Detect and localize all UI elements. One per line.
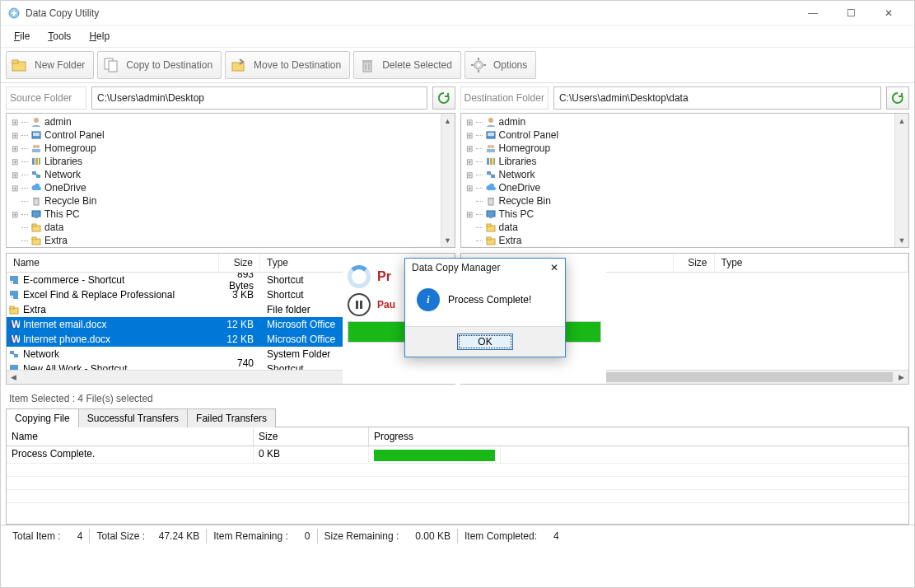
refresh-icon [891, 91, 904, 105]
shortcut-icon [8, 289, 20, 301]
svg-rect-51 [489, 217, 493, 218]
file-size: 3 KB [219, 289, 260, 301]
tree-node[interactable]: ⊞admin [10, 115, 437, 128]
tree-node-label: Control Panel [499, 129, 559, 141]
delete-button[interactable]: Delete Selected [353, 51, 461, 79]
expand-icon[interactable]: ⊞ [10, 210, 20, 219]
expand-icon[interactable]: ⊞ [465, 157, 474, 166]
tree-node-label: OneDrive [44, 182, 86, 194]
completed-label: Item Completed: [465, 530, 537, 542]
expand-icon[interactable]: ⊞ [465, 170, 474, 180]
col-size[interactable]: Size [219, 254, 260, 272]
tree-node[interactable]: ⊞Network [10, 168, 437, 181]
total-item-label: Total Item : [12, 530, 61, 542]
col-size[interactable]: Size [674, 254, 715, 272]
dest-path-input[interactable]: C:\Users\admin\Desktop\data [553, 86, 881, 110]
svg-rect-46 [491, 175, 495, 178]
new-folder-button[interactable]: New Folder [6, 51, 94, 79]
source-path-input[interactable]: C:\Users\admin\Desktop [91, 86, 427, 110]
col-name[interactable]: Name [7, 254, 219, 272]
expand-icon[interactable]: ⊞ [10, 170, 20, 180]
tree-node[interactable]: ⊞Homegroup [465, 142, 892, 155]
minimize-button[interactable]: — [794, 1, 832, 26]
svg-rect-44 [493, 158, 495, 165]
close-button[interactable]: ✕ [870, 1, 908, 26]
tree-node[interactable]: data [10, 221, 437, 234]
tree-node[interactable]: Recycle Bin [465, 194, 892, 208]
tree-node[interactable]: ⊞Homegroup [10, 142, 437, 155]
tab-successful[interactable]: Successful Transfers [78, 408, 188, 427]
expand-icon[interactable]: ⊞ [465, 118, 474, 127]
menu-help[interactable]: Help [81, 27, 118, 45]
source-refresh-button[interactable] [432, 86, 455, 110]
total-size-value: 47.24 KB [159, 530, 199, 542]
tree-node[interactable]: ⊞OneDrive [465, 181, 892, 194]
copy-button[interactable]: Copy to Destination [97, 51, 222, 79]
tree-node[interactable]: ⊞Libraries [10, 155, 437, 168]
svg-text:W: W [12, 319, 20, 330]
tree-node[interactable]: ⊞OneDrive [10, 181, 437, 194]
refresh-icon [437, 91, 450, 105]
svg-rect-21 [32, 149, 40, 152]
ok-button[interactable]: OK [457, 334, 513, 350]
tree-node[interactable]: ⊞Libraries [465, 155, 892, 168]
new-folder-icon [10, 55, 30, 75]
tree-node[interactable]: ⊞admin [465, 115, 892, 128]
file-size: 12 KB [219, 319, 260, 330]
expand-icon[interactable]: ⊞ [10, 118, 20, 127]
file-name: New All Work - Shortcut [23, 363, 127, 370]
tree-node[interactable]: Extra [10, 234, 437, 247]
expand-icon[interactable]: ⊞ [10, 144, 20, 153]
scrollbar[interactable]: ▲▼ [894, 114, 908, 247]
svg-rect-41 [487, 149, 495, 152]
selection-status: Item Selected : 4 File(s) selected [1, 390, 914, 408]
menu-file[interactable]: File [6, 27, 38, 45]
tree-node[interactable]: data [465, 221, 892, 234]
source-tree[interactable]: ⊞admin⊞Control Panel⊞Homegroup⊞Libraries… [6, 113, 455, 248]
expand-icon[interactable]: ⊞ [465, 131, 474, 140]
maximize-button[interactable]: ☐ [832, 1, 870, 26]
size-remaining-value: 0.00 KB [415, 530, 450, 542]
cloud-icon [30, 181, 43, 194]
tab-failed[interactable]: Failed Transfers [187, 408, 276, 427]
word-icon: W [8, 319, 20, 330]
copy-label: Copy to Destination [126, 59, 212, 71]
col-type[interactable]: Type [715, 254, 909, 272]
tree-node[interactable]: ⊞Control Panel [465, 128, 892, 142]
copy-col-progress[interactable]: Progress [369, 427, 908, 446]
delete-label: Delete Selected [382, 59, 452, 71]
expand-icon[interactable]: ⊞ [465, 144, 474, 153]
expand-icon[interactable]: ⊞ [10, 157, 20, 166]
dest-tree[interactable]: ⊞admin⊞Control Panel⊞Homegroup⊞Libraries… [460, 113, 910, 248]
tree-node-label: Homegroup [499, 142, 551, 154]
expand-icon[interactable]: ⊞ [465, 184, 474, 193]
tree-node[interactable]: ⊞Network [465, 168, 892, 181]
tree-node[interactable]: Recycle Bin [10, 194, 437, 208]
tree-node-label: Libraries [44, 156, 82, 167]
menu-tools[interactable]: Tools [40, 27, 79, 45]
svg-rect-18 [33, 133, 40, 136]
dialog-close-button[interactable]: ✕ [550, 262, 558, 273]
tree-node[interactable]: ⊞This PC [465, 208, 892, 221]
svg-point-39 [488, 145, 491, 148]
copy-col-name[interactable]: Name [7, 427, 254, 446]
svg-rect-29 [33, 198, 40, 198]
folder-icon [484, 221, 497, 234]
expand-icon[interactable]: ⊞ [10, 184, 20, 193]
tree-node-label: This PC [499, 208, 535, 220]
file-name: E-commerce - Shortcut [23, 274, 124, 286]
scrollbar[interactable]: ▲▼ [441, 114, 455, 247]
tree-node[interactable]: Extra [465, 234, 892, 247]
expand-icon[interactable]: ⊞ [465, 210, 474, 219]
tab-copying[interactable]: Copying File [6, 408, 79, 427]
svg-rect-61 [10, 306, 14, 309]
options-button[interactable]: Options [465, 51, 536, 79]
pause-button[interactable] [348, 293, 371, 316]
svg-rect-22 [32, 158, 35, 165]
expand-icon[interactable]: ⊞ [10, 131, 20, 140]
move-button[interactable]: Move to Destination [225, 51, 350, 79]
tree-node[interactable]: ⊞Control Panel [10, 128, 437, 142]
tree-node[interactable]: ⊞This PC [10, 208, 437, 221]
dest-refresh-button[interactable] [886, 86, 909, 110]
copy-col-size[interactable]: Size [254, 427, 369, 446]
